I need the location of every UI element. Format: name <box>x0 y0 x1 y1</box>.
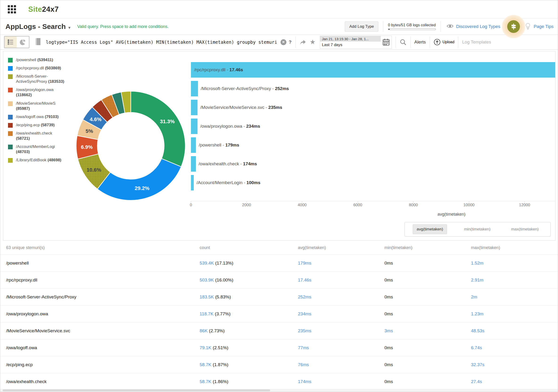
bar[interactable] <box>191 81 198 96</box>
discovered-log-types-link[interactable]: Discovered Log Types <box>456 24 500 29</box>
table-row[interactable]: /MovieService/MovieService.svc86K(2.73%)… <box>0 322 558 339</box>
max-value[interactable]: 2.91m <box>471 278 558 283</box>
x-axis-tick: 8000 <box>409 201 418 207</box>
bar[interactable] <box>191 62 555 78</box>
count-value[interactable]: 183.5K(5.83%) <box>200 294 298 300</box>
share-query-icon[interactable] <box>299 39 306 46</box>
avg-value[interactable]: 252ms <box>298 294 384 300</box>
table-row[interactable]: /owa/logoff.owa79.1K(2.51%)77ms0ms6.74s <box>0 339 558 356</box>
eye-icon[interactable] <box>446 22 454 31</box>
legend-item[interactable]: /owa/logoff.owa (79103) <box>8 114 67 120</box>
chart-view-icon[interactable] <box>17 36 29 48</box>
metric-toggle-min[interactable]: min(timetaken) <box>460 225 494 234</box>
donut-slice[interactable] <box>131 91 185 167</box>
count-value[interactable]: 86K(2.73%) <box>200 328 298 333</box>
legend-item[interactable]: /powershell (539411) <box>8 57 67 62</box>
upload-icon <box>434 39 441 46</box>
bar-label: /Microsoft-Server-ActiveSync/Proxy - 252… <box>201 86 289 91</box>
max-value[interactable]: 2m <box>471 294 558 300</box>
legend-item[interactable]: /Microsoft-Server-ActiveSync/Proxy (1835… <box>8 74 67 84</box>
alerts-button[interactable]: Alerts <box>414 40 426 45</box>
stemuri-name: /owa/proxylogon.owa <box>0 311 200 316</box>
date-range-picker[interactable]: Jan 21, 13:15:30 - Jan 28, 1... Last 7 d… <box>320 36 392 49</box>
legend-item[interactable]: /MovieService/MovieS (85987) <box>8 101 67 111</box>
divider <box>383 21 383 32</box>
page-tips-highlight[interactable] <box>502 15 525 38</box>
saved-queries-book-icon[interactable] <box>35 38 42 47</box>
page-tips-link[interactable]: Page Tips <box>534 24 554 29</box>
col-avg[interactable]: avg(timetaken) <box>298 245 384 250</box>
search-icon[interactable] <box>400 39 407 46</box>
table-row[interactable]: /ecp/ping.ecp58.7K(1.87%)76ms0ms32.37s <box>0 356 558 373</box>
stemuri-name: /Microsoft-Server-ActiveSync/Proxy <box>0 294 200 300</box>
bar[interactable] <box>191 156 196 172</box>
avg-value[interactable]: 77ms <box>298 345 384 350</box>
table-title: 63 unique stemuri(s) <box>0 245 200 250</box>
avg-value[interactable]: 179ms <box>298 261 384 266</box>
legend-item[interactable]: /Library/EditBook (48698) <box>8 157 67 163</box>
count-value[interactable]: 118.7K(3.77%) <box>200 311 298 316</box>
table-row[interactable]: /owa/exhealth.check58.7K(1.86%)174ms0ms2… <box>0 373 558 390</box>
max-value[interactable]: 27.4s <box>471 379 558 384</box>
metric-toggle-avg[interactable]: avg(timetaken) <box>413 224 447 234</box>
avg-value[interactable]: 234ms <box>298 311 384 316</box>
query-help-icon[interactable]: ? <box>289 40 292 45</box>
count-value[interactable]: 503.9K(16.00%) <box>200 278 298 283</box>
avg-value[interactable]: 235ms <box>298 328 384 333</box>
table-row[interactable]: /owa/proxylogon.owa118.7K(3.77%)234ms0ms… <box>0 305 558 322</box>
log-templates-button[interactable]: Log Templates <box>462 40 491 45</box>
count-value[interactable]: 539.4K(17.13%) <box>200 261 298 266</box>
col-count[interactable]: count <box>200 245 298 250</box>
max-value[interactable]: 48.53s <box>471 328 558 333</box>
divider <box>295 36 296 48</box>
count-value[interactable]: 58.7K(1.86%) <box>200 379 298 384</box>
table-row[interactable]: /powershell539.4K(17.13%)179ms0ms1.52m <box>0 255 558 272</box>
bar-label: /Account/MemberLogin - 100ms <box>197 180 260 185</box>
min-value: 0ms <box>384 311 471 316</box>
max-value[interactable]: 6.74s <box>471 345 558 350</box>
avg-value[interactable]: 17.46s <box>298 278 384 283</box>
count-value[interactable]: 79.1K(2.51%) <box>200 345 298 350</box>
legend-item[interactable]: /rpc/rpcproxy.dll (503869) <box>8 66 67 71</box>
legend-item[interactable]: /ecp/ping.ecp (58739) <box>8 122 67 128</box>
legend-item[interactable]: /owa/proxylogon.owa (118662) <box>8 87 67 98</box>
bar[interactable] <box>191 137 196 153</box>
bar[interactable] <box>191 175 194 191</box>
avg-value[interactable]: 174ms <box>298 379 384 384</box>
bar-label: /MovieService/MovieService.svc - 235ms <box>200 105 282 110</box>
metric-toggle-max[interactable]: max(timetaken) <box>507 225 542 234</box>
page-title-dropdown[interactable]: AppLogs - Search▼ <box>5 23 71 31</box>
stemuri-name: /MovieService/MovieService.svc <box>0 328 200 333</box>
count-value[interactable]: 58.7K(1.87%) <box>200 362 298 367</box>
x-axis-tick: 12000 <box>519 201 530 207</box>
bar[interactable] <box>191 119 198 134</box>
favorite-star-icon[interactable]: ★ <box>310 39 315 45</box>
col-min[interactable]: min(timetaken) <box>384 245 471 250</box>
search-query-input[interactable]: logtype="IIS Access Logs" AVG(timetaken)… <box>46 40 277 45</box>
avg-value[interactable]: 76ms <box>298 362 384 367</box>
max-value[interactable]: 1.52m <box>471 261 558 266</box>
table-row[interactable]: /rpc/rpcproxy.dll503.9K(16.00%)17.46s0ms… <box>0 272 558 288</box>
list-view-icon[interactable] <box>4 36 17 48</box>
stemuri-name: /owa/logoff.owa <box>0 345 200 350</box>
add-log-type-button[interactable]: Add Log Type <box>345 21 378 32</box>
clear-query-icon[interactable]: ✕ <box>280 39 286 45</box>
col-max[interactable]: max(timetaken) <box>471 245 558 250</box>
lightbulb-icon[interactable] <box>524 22 532 31</box>
max-value[interactable]: 1.23m <box>471 311 558 316</box>
calendar-icon[interactable] <box>381 36 392 48</box>
horizontal-scrollbar[interactable] <box>0 389 558 392</box>
min-value[interactable]: 3ms <box>384 328 471 333</box>
legend-item[interactable]: /owa/exhealth.check (58721) <box>8 131 67 141</box>
donut-slice[interactable] <box>97 158 181 200</box>
legend-item[interactable]: /Account/MemberLogi (48703) <box>8 144 67 155</box>
min-value: 0ms <box>384 379 471 384</box>
table-row[interactable]: /Microsoft-Server-ActiveSync/Proxy183.5K… <box>0 288 558 305</box>
site24x7-logo[interactable]: Site24x7 <box>28 5 59 14</box>
x-axis: 020004000600080001000012000 <box>191 201 555 201</box>
max-value[interactable]: 32.37s <box>471 362 558 367</box>
bar[interactable] <box>191 100 198 115</box>
upload-button[interactable]: Upload <box>434 39 454 46</box>
app-launcher-icon[interactable] <box>8 5 16 13</box>
min-value: 0ms <box>384 345 471 350</box>
